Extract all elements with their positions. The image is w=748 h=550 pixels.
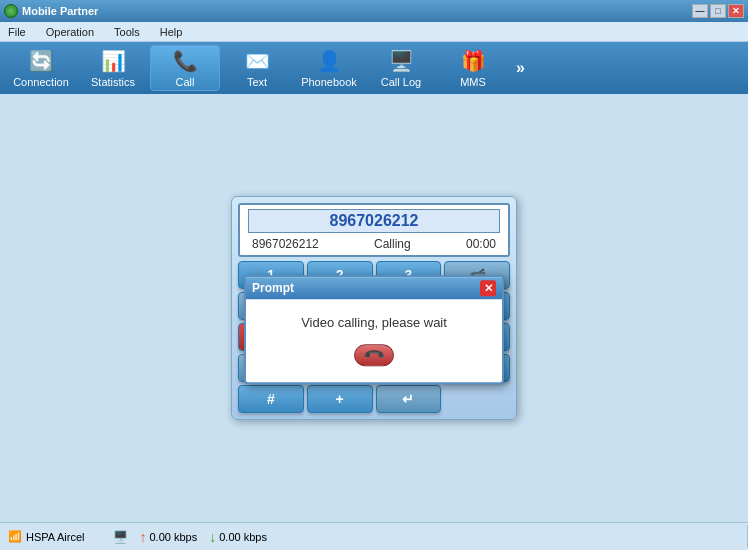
status-network: 📶 HSPA Aircel (8, 530, 85, 543)
call-number: 8967026212 (252, 237, 319, 251)
text-label: Text (247, 76, 267, 88)
network-name: HSPA Aircel (26, 531, 85, 543)
toolbar-text[interactable]: ✉️ Text (222, 45, 292, 91)
toolbar-connection[interactable]: 🔄 Connection (6, 45, 76, 91)
menu-operation[interactable]: Operation (42, 25, 98, 39)
toolbar-call[interactable]: 📞 Call (150, 45, 220, 91)
mms-label: MMS (460, 76, 486, 88)
calllog-icon: 🖥️ (388, 48, 414, 74)
connection-icon: 🔄 (28, 48, 54, 74)
title-bar-left: Mobile Partner (4, 4, 98, 18)
connection-label: Connection (13, 76, 69, 88)
text-icon: ✉️ (244, 48, 270, 74)
upload-speed: 0.00 kbps (150, 531, 198, 543)
upload-arrow-icon: ↑ (140, 529, 147, 545)
prompt-dialog: Prompt ✕ Video calling, please wait (244, 275, 504, 384)
download-arrow-icon: ↓ (209, 529, 216, 545)
display-info: 8967026212 Calling 00:00 (248, 237, 500, 251)
upload-speed-item: ↑ 0.00 kbps (140, 529, 198, 545)
minimize-button[interactable]: — (692, 4, 708, 18)
prompt-message: Video calling, please wait (262, 315, 486, 330)
toolbar: 🔄 Connection 📊 Statistics 📞 Call ✉️ Text… (0, 42, 748, 94)
speeds-icon: 🖥️ (113, 530, 128, 544)
prompt-body: Video calling, please wait (246, 299, 502, 382)
call-icon: 📞 (172, 48, 198, 74)
signal-icon: 📶 (8, 530, 22, 543)
toolbar-more[interactable]: » (510, 59, 531, 77)
main-content: 8967026212 8967026212 Calling 00:00 1 2 … (0, 94, 748, 522)
download-speed-item: ↓ 0.00 kbps (209, 529, 267, 545)
status-speeds: 🖥️ ↑ 0.00 kbps ↓ 0.00 kbps (113, 529, 267, 545)
mms-icon: 🎁 (460, 48, 486, 74)
menu-file[interactable]: File (4, 25, 30, 39)
close-button[interactable]: ✕ (728, 4, 744, 18)
title-bar: Mobile Partner — □ ✕ (0, 0, 748, 22)
call-time: 00:00 (466, 237, 496, 251)
prompt-header: Prompt ✕ (246, 277, 502, 299)
download-speed: 0.00 kbps (219, 531, 267, 543)
toolbar-statistics[interactable]: 📊 Statistics (78, 45, 148, 91)
key-hash[interactable]: # (238, 385, 304, 413)
app-title: Mobile Partner (22, 5, 98, 17)
calllog-label: Call Log (381, 76, 421, 88)
maximize-button[interactable]: □ (710, 4, 726, 18)
statistics-icon: 📊 (100, 48, 126, 74)
call-label: Call (176, 76, 195, 88)
prompt-title: Prompt (252, 281, 294, 295)
toolbar-calllog[interactable]: 🖥️ Call Log (366, 45, 436, 91)
menu-help[interactable]: Help (156, 25, 187, 39)
status-bar: 📶 HSPA Aircel 🖥️ ↑ 0.00 kbps ↓ 0.00 kbps (0, 522, 748, 550)
menu-tools[interactable]: Tools (110, 25, 144, 39)
prompt-close-button[interactable]: ✕ (480, 280, 496, 296)
key-back[interactable]: ↵ (376, 385, 442, 413)
toolbar-phonebook[interactable]: 👤 Phonebook (294, 45, 364, 91)
title-controls: — □ ✕ (692, 4, 744, 18)
call-status: Calling (374, 237, 411, 251)
app-icon (4, 4, 18, 18)
key-plus[interactable]: + (307, 385, 373, 413)
phonebook-icon: 👤 (316, 48, 342, 74)
phonebook-label: Phonebook (301, 76, 357, 88)
statistics-label: Statistics (91, 76, 135, 88)
display-number: 8967026212 (248, 209, 500, 233)
prompt-hangup-button[interactable] (354, 344, 394, 366)
phone-display: 8967026212 8967026212 Calling 00:00 (238, 203, 510, 257)
toolbar-mms[interactable]: 🎁 MMS (438, 45, 508, 91)
menu-bar: File Operation Tools Help (0, 22, 748, 42)
